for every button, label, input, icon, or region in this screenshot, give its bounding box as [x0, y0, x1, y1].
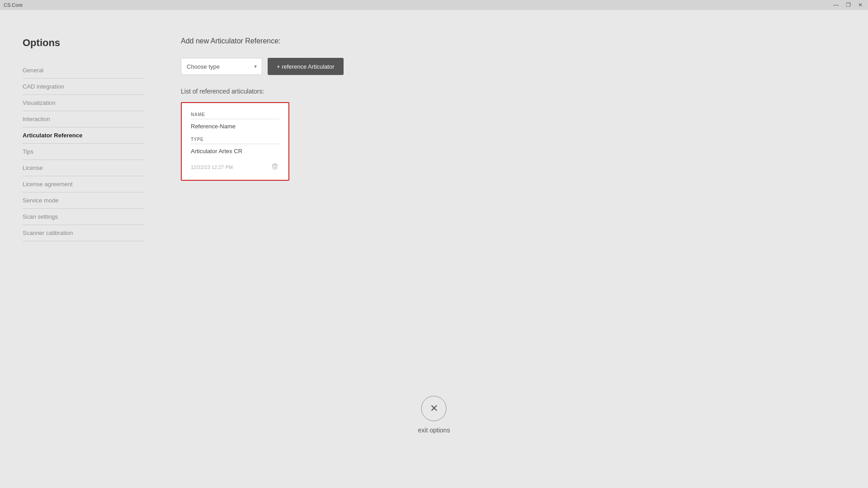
section-title: Add new Articulator Reference:	[181, 37, 868, 45]
restore-button[interactable]: ❐	[844, 2, 853, 8]
controls-row: Choose type + reference Articulator	[181, 58, 868, 75]
card-name-label: NAME	[191, 112, 279, 119]
sidebar-item-interaction[interactable]: Interaction	[23, 111, 145, 127]
articulator-card: NAME Reference-Name TYPE Articulator Art…	[181, 102, 289, 181]
trash-icon	[271, 163, 278, 170]
add-reference-button[interactable]: + reference Articulator	[268, 58, 344, 75]
titlebar-controls: — ❐ ✕	[831, 2, 864, 8]
sidebar-item-cad-integration[interactable]: CAD integration	[23, 79, 145, 95]
exit-close-icon: ✕	[430, 403, 438, 414]
sidebar-item-scanner-calibration[interactable]: Scanner calibration	[23, 225, 145, 241]
choose-type-select[interactable]: Choose type	[181, 58, 262, 75]
sidebar-item-scan-settings[interactable]: Scan settings	[23, 209, 145, 225]
card-delete-button[interactable]	[270, 162, 279, 173]
sidebar-nav: General CAD integration Visualization In…	[23, 62, 145, 241]
titlebar-title: CS.Core	[4, 2, 23, 8]
card-type-value: Articulator Artex CR	[191, 148, 279, 155]
exit-circle-button[interactable]: ✕	[421, 396, 447, 421]
sidebar-title: Options	[23, 37, 145, 49]
list-title: List of referenced articulators:	[181, 88, 868, 95]
titlebar: CS.Core — ❐ ✕	[0, 0, 868, 10]
minimize-button[interactable]: —	[831, 2, 840, 8]
sidebar-item-license[interactable]: License	[23, 160, 145, 176]
sidebar-item-tips[interactable]: Tips	[23, 144, 145, 160]
card-type-label: TYPE	[191, 137, 279, 144]
sidebar-item-articulator-reference[interactable]: Articulator Reference	[23, 127, 145, 144]
sidebar-item-license-agreement[interactable]: License agreement	[23, 176, 145, 192]
card-footer: 12/22/23 12:27 PM	[191, 162, 279, 173]
app-title: CS.Core	[4, 2, 23, 8]
exit-label: exit options	[418, 427, 450, 434]
sidebar-item-general[interactable]: General	[23, 62, 145, 79]
choose-type-wrapper: Choose type	[181, 58, 262, 75]
svg-rect-1	[274, 164, 276, 164]
sidebar-item-visualization[interactable]: Visualization	[23, 95, 145, 111]
exit-options[interactable]: ✕ exit options	[418, 396, 450, 434]
card-name-value: Reference-Name	[191, 123, 279, 130]
sidebar: Options General CAD integration Visualiz…	[0, 10, 145, 488]
card-timestamp: 12/22/23 12:27 PM	[191, 164, 233, 170]
main-content: Add new Articulator Reference: Choose ty…	[145, 10, 868, 488]
sidebar-item-service-mode[interactable]: Service mode	[23, 192, 145, 209]
close-button[interactable]: ✕	[856, 2, 864, 8]
